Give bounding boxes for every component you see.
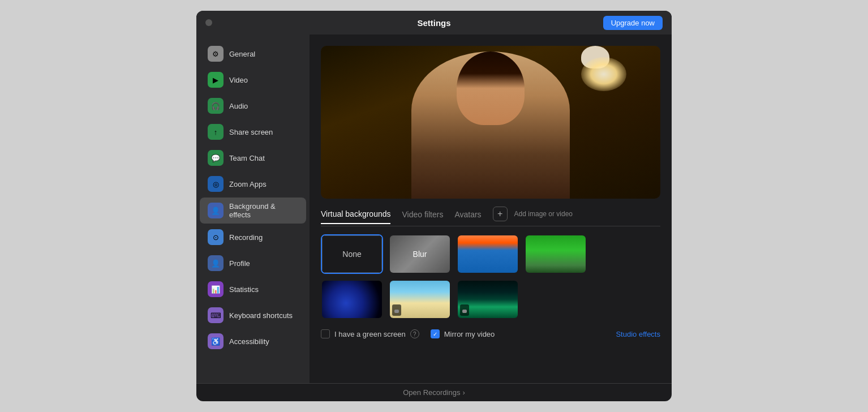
window-title: Settings (417, 18, 450, 28)
settings-window: Settings Upgrade now ⚙General▶Video🎧Audi… (196, 11, 672, 401)
lamp (581, 57, 626, 91)
sidebar-item-video[interactable]: ▶Video (200, 67, 306, 92)
add-label: Add image or video (514, 210, 573, 218)
titlebar: Settings Upgrade now (196, 11, 672, 35)
bg-grass[interactable] (525, 234, 587, 274)
sidebar-item-label-keyboard-shortcuts: Keyboard shortcuts (229, 311, 293, 320)
sidebar-item-label-general: General (229, 50, 255, 58)
footer-options: I have a green screen ? ✓ Mirror my vide… (321, 329, 660, 338)
aurora-video-icon (462, 310, 467, 313)
bg-golden-gate-inner (458, 235, 518, 273)
bg-none[interactable]: None (321, 234, 383, 274)
add-button[interactable]: + (493, 207, 508, 221)
sidebar-item-label-team-chat: Team Chat (229, 154, 265, 162)
window-dot (205, 19, 212, 26)
bg-grass-inner (526, 235, 586, 273)
keyboard-shortcuts-icon: ⌨ (208, 307, 224, 323)
background-effects-icon: 👤 (208, 203, 224, 218)
sidebar-item-share-screen[interactable]: ↑Share screen (200, 119, 306, 144)
sidebar-item-keyboard-shortcuts[interactable]: ⌨Keyboard shortcuts (200, 303, 306, 328)
general-icon: ⚙ (208, 46, 224, 62)
content-area: ⚙General▶Video🎧Audio↑Share screen💬Team C… (196, 35, 672, 383)
bg-beach[interactable] (389, 280, 451, 319)
bg-aurora[interactable] (457, 280, 519, 319)
accessibility-icon: ♿ (208, 333, 224, 349)
sidebar-item-general[interactable]: ⚙General (200, 41, 306, 66)
bg-row-2 (321, 280, 660, 319)
sidebar-item-background-effects[interactable]: 👤Background & effects (200, 198, 306, 224)
backgrounds-grid: None Blur (321, 234, 660, 319)
sidebar-item-recording[interactable]: ⊙Recording (200, 225, 306, 250)
open-recordings-arrow: › (462, 388, 465, 397)
aurora-video-badge (460, 304, 469, 316)
sidebar-item-label-profile: Profile (229, 259, 250, 268)
main-content: Virtual backgrounds Video filters Avatar… (310, 35, 672, 383)
sidebar-item-label-background-effects: Background & effects (229, 202, 298, 219)
profile-icon: 👤 (208, 255, 224, 271)
sidebar-item-label-statistics: Statistics (229, 285, 259, 294)
sidebar-item-statistics[interactable]: 📊Statistics (200, 277, 306, 302)
mirror-video-checkbox[interactable]: ✓ (431, 329, 440, 338)
person-head (457, 52, 525, 125)
sidebar-item-zoom-apps[interactable]: ◎Zoom Apps (200, 171, 306, 196)
bg-blur-inner: Blur (390, 235, 450, 273)
bg-blur-label: Blur (413, 250, 427, 259)
sidebar-item-label-share-screen: Share screen (229, 128, 273, 136)
sidebar-item-label-zoom-apps: Zoom Apps (229, 180, 267, 188)
upgrade-button[interactable]: Upgrade now (603, 16, 663, 30)
add-row: + Add image or video (493, 207, 573, 221)
sidebar-item-label-accessibility: Accessibility (229, 337, 269, 346)
tab-avatars[interactable]: Avatars (454, 210, 481, 224)
bg-blur[interactable]: Blur (389, 234, 451, 274)
video-preview (321, 46, 660, 199)
green-screen-item: I have a green screen ? (321, 329, 419, 338)
sidebar-item-label-audio: Audio (229, 102, 248, 110)
audio-icon: 🎧 (208, 98, 224, 114)
mirror-video-label: Mirror my video (444, 330, 495, 338)
mirror-video-item: ✓ Mirror my video (431, 329, 495, 338)
recording-icon: ⊙ (208, 229, 224, 245)
statistics-icon: 📊 (208, 281, 224, 297)
bg-golden-gate[interactable] (457, 234, 519, 274)
zoom-apps-icon: ◎ (208, 176, 224, 192)
green-screen-checkbox[interactable] (321, 329, 330, 338)
bg-earth[interactable] (321, 280, 383, 319)
tab-video-filters[interactable]: Video filters (402, 210, 443, 224)
tabs-row: Virtual backgrounds Video filters Avatar… (321, 207, 660, 226)
bg-row-1: None Blur (321, 234, 660, 274)
team-chat-icon: 💬 (208, 150, 224, 166)
beach-video-badge (392, 304, 401, 316)
bg-earth-inner (322, 281, 382, 318)
sidebar-item-label-recording: Recording (229, 233, 263, 242)
preview-bg (321, 46, 660, 199)
open-recordings-label: Open Recordings (403, 388, 460, 397)
green-screen-help[interactable]: ? (410, 329, 419, 338)
beach-video-icon (394, 310, 399, 313)
sidebar: ⚙General▶Video🎧Audio↑Share screen💬Team C… (196, 35, 310, 383)
sidebar-item-audio[interactable]: 🎧Audio (200, 93, 306, 118)
tab-virtual-backgrounds[interactable]: Virtual backgrounds (321, 209, 390, 224)
sidebar-item-accessibility[interactable]: ♿Accessibility (200, 329, 306, 354)
bg-none-label: None (342, 250, 361, 259)
bg-none-inner: None (322, 235, 382, 273)
sidebar-item-team-chat[interactable]: 💬Team Chat (200, 145, 306, 170)
video-icon: ▶ (208, 72, 224, 88)
green-screen-label: I have a green screen (334, 330, 406, 338)
share-screen-icon: ↑ (208, 124, 224, 140)
studio-effects-link[interactable]: Studio effects (616, 330, 660, 338)
open-recordings-bar[interactable]: Open Recordings › (196, 383, 672, 401)
sidebar-item-label-video: Video (229, 76, 248, 84)
sidebar-item-profile[interactable]: 👤Profile (200, 251, 306, 276)
